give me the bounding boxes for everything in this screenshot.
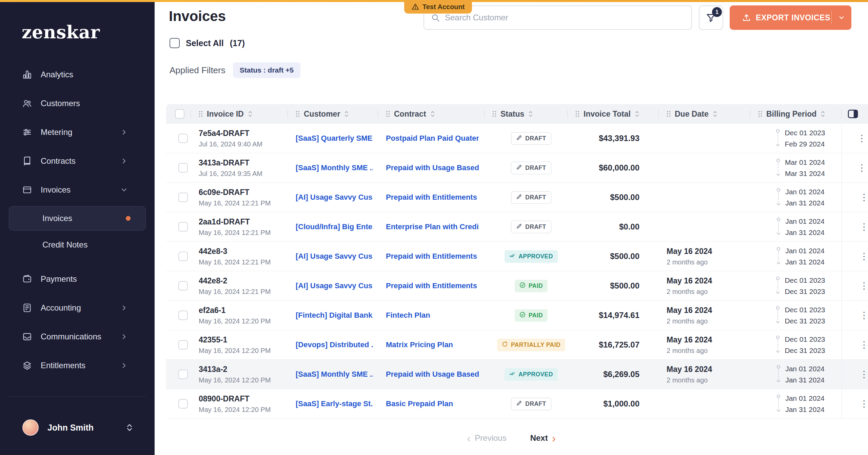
check-circle-icon <box>519 282 526 290</box>
sidebar-item-metering[interactable]: Metering <box>0 118 155 146</box>
row-checkbox[interactable] <box>178 252 188 261</box>
customer-link[interactable]: [SaaS] Monthly SME ... <box>296 163 373 172</box>
header-checkbox[interactable] <box>175 109 184 119</box>
table-row[interactable]: 3413a-2 May 16, 2024 12:20 PM [SaaS] Mon… <box>166 360 868 389</box>
export-dropdown-chevron-icon[interactable] <box>832 14 851 21</box>
customer-link[interactable]: [Devops] Distributed ... <box>296 340 373 349</box>
sidebar-item-accounting[interactable]: Accounting <box>0 293 155 322</box>
row-actions-kebab-icon[interactable]: ⋮ <box>860 281 868 291</box>
billing-period-start: Jan 01 2024 <box>785 365 825 373</box>
status-filter-chip[interactable]: Status : draft +5 <box>233 62 300 78</box>
table-row[interactable]: ef2a6-1 May 16, 2024 12:20 PM [Fintech] … <box>166 301 868 330</box>
row-actions-kebab-icon[interactable]: ⋮ <box>860 340 868 350</box>
contract-link[interactable]: Postpaid Plan Paid Quaterly <box>386 134 479 143</box>
billing-period-timeline-icon <box>776 187 781 207</box>
contract-link[interactable]: Fintech Plan <box>386 311 479 320</box>
sort-icon[interactable] <box>344 110 349 118</box>
customer-link[interactable]: [Fintech] Digital Bank... <box>296 311 373 320</box>
table-row[interactable]: 442e8-3 May 16, 2024 12:21 PM [AI] Usage… <box>166 242 868 271</box>
customer-link[interactable]: [Cloud/Infra] Big Ente... <box>296 222 373 231</box>
contract-link[interactable]: Enterprise Plan with Credits <box>386 222 479 231</box>
next-page-button[interactable]: Next › <box>530 433 556 443</box>
contract-link[interactable]: Matrix Pricing Plan <box>386 340 479 349</box>
sidebar-item-payments[interactable]: Payments <box>0 264 155 293</box>
row-checkbox[interactable] <box>178 370 188 379</box>
column-header-due-date[interactable]: Due Date <box>659 104 750 124</box>
table-row[interactable]: 2aa1d-DRAFT May 16, 2024 12:21 PM [Cloud… <box>166 212 868 242</box>
table-row[interactable]: 42355-1 May 16, 2024 12:20 PM [Devops] D… <box>166 330 868 360</box>
customer-link[interactable]: [SaaS] Quarterly SME... <box>296 134 373 143</box>
contract-link[interactable]: Prepaid with Entitlements <box>386 252 479 261</box>
sidebar-subitem-invoices[interactable]: Invoices <box>9 206 146 231</box>
select-all-checkbox[interactable] <box>170 38 180 48</box>
sidebar-subitem-credit-notes[interactable]: Credit Notes <box>9 233 146 257</box>
table-row[interactable]: 08900-DRAFT May 16, 2024 12:20 PM [SaaS]… <box>166 389 868 419</box>
sidebar-item-communications[interactable]: Communications <box>0 322 155 351</box>
sort-icon[interactable] <box>248 110 253 118</box>
column-header-invoice-total[interactable]: Invoice Total <box>568 104 659 124</box>
sidebar-item-entitlements[interactable]: Entitlements <box>0 351 155 380</box>
export-invoices-button[interactable]: EXPORT INVOICES <box>730 5 851 30</box>
table-row[interactable]: 442e8-2 May 16, 2024 12:21 PM [AI] Usage… <box>166 271 868 301</box>
drag-handle-icon <box>666 111 671 117</box>
sidebar-item-contracts[interactable]: Contracts <box>0 146 155 175</box>
customer-link[interactable]: [SaaS] Monthly SME ... <box>296 370 373 379</box>
column-header-billing-period[interactable]: Billing Period <box>750 104 842 124</box>
billing-period-start: Dec 01 2023 <box>785 306 825 314</box>
search-input[interactable] <box>445 13 685 22</box>
user-menu[interactable]: John Smith <box>9 415 146 440</box>
column-header-invoice-id[interactable]: Invoice ID <box>191 104 288 124</box>
sidebar-item-invoices[interactable]: Invoices <box>0 175 155 204</box>
row-actions-kebab-icon[interactable]: ⋮ <box>860 370 868 379</box>
invoice-total: $60,000.00 <box>599 163 639 173</box>
status-label: DRAFT <box>525 223 546 231</box>
row-checkbox[interactable] <box>178 340 188 350</box>
row-checkbox[interactable] <box>178 222 188 232</box>
row-checkbox[interactable] <box>178 311 188 320</box>
table-row[interactable]: 7e5a4-DRAFT Jul 16, 2024 9:40 AM [SaaS] … <box>166 124 868 153</box>
row-actions-kebab-icon[interactable]: ⋮ <box>860 193 868 202</box>
row-actions-kebab-icon[interactable]: ⋮ <box>860 399 868 409</box>
contract-link[interactable]: Prepaid with Entitlements <box>386 193 479 202</box>
status-badge: DRAFT <box>511 398 551 410</box>
row-checkbox[interactable] <box>178 134 188 143</box>
customer-link[interactable]: [AI] Usage Savvy Cus... <box>296 281 373 290</box>
contract-link[interactable]: Prepaid with Entitlements <box>386 281 479 290</box>
sort-icon[interactable] <box>712 110 718 118</box>
sort-icon[interactable] <box>634 110 640 118</box>
billing-period-timeline-icon <box>775 276 780 296</box>
row-checkbox[interactable] <box>178 163 188 173</box>
row-actions-kebab-icon[interactable]: ⋮ <box>860 222 868 232</box>
row-checkbox[interactable] <box>178 399 188 409</box>
customer-link[interactable]: [AI] Usage Savvy Cus... <box>296 193 373 202</box>
row-actions-kebab-icon[interactable]: ⋮ <box>857 134 866 143</box>
billing-period-start: Jan 01 2024 <box>785 394 825 402</box>
table-row[interactable]: 6c09e-DRAFT May 16, 2024 12:21 PM [AI] U… <box>166 183 868 212</box>
row-actions-kebab-icon[interactable]: ⋮ <box>857 163 866 173</box>
row-actions-kebab-icon[interactable]: ⋮ <box>860 311 868 320</box>
previous-page-button[interactable]: ‹ Previous <box>467 433 507 443</box>
invoice-created-date: May 16, 2024 12:20 PM <box>199 376 288 384</box>
sort-icon[interactable] <box>528 110 533 118</box>
table-row[interactable]: 3413a-DRAFT Jul 16, 2024 9:35 AM [SaaS] … <box>166 153 868 183</box>
column-header-customer[interactable]: Customer <box>288 104 378 124</box>
customer-link[interactable]: [AI] Usage Savvy Cus... <box>296 252 373 261</box>
customer-link[interactable]: [SaaS] Early-stage St... <box>296 399 373 408</box>
contract-link[interactable]: Prepaid with Usage Based ... <box>386 163 479 172</box>
sort-icon[interactable] <box>430 110 435 118</box>
sidebar-item-customers[interactable]: Customers <box>0 89 155 118</box>
filter-button[interactable]: 1 <box>699 5 723 30</box>
row-checkbox[interactable] <box>178 281 188 291</box>
sort-icon[interactable] <box>820 110 826 118</box>
column-header-status[interactable]: Status <box>485 104 568 124</box>
row-checkbox[interactable] <box>178 193 188 202</box>
contract-link[interactable]: Basic Prepaid Plan <box>386 399 479 408</box>
column-header-contract[interactable]: Contract <box>378 104 485 124</box>
sidebar-item-analytics[interactable]: Analytics <box>0 60 155 89</box>
pagination: ‹ Previous Next › <box>166 433 856 443</box>
invoice-id: 2aa1d-DRAFT <box>199 217 288 226</box>
contract-link[interactable]: Prepaid with Usage Based ... <box>386 370 479 379</box>
manage-columns-icon[interactable] <box>848 109 858 119</box>
row-actions-kebab-icon[interactable]: ⋮ <box>860 252 868 261</box>
billing-period-start: Dec 01 2023 <box>785 276 825 284</box>
